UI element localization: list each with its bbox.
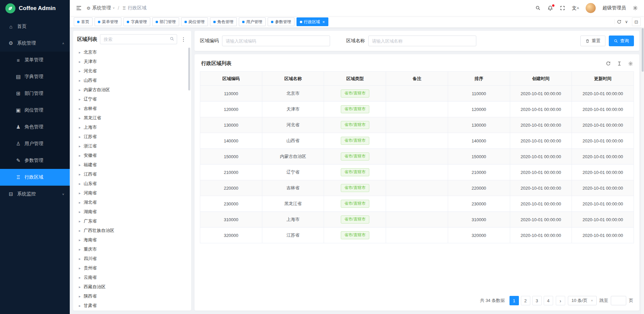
tree-node[interactable]: ▸ 云南省 (73, 273, 191, 282)
reset-button[interactable]: 重置 (580, 36, 605, 46)
tab[interactable]: 部门管理 (152, 17, 179, 26)
caret-right-icon[interactable]: ▸ (79, 247, 81, 252)
tree-node[interactable]: ▸ 黑龙江省 (73, 113, 191, 123)
sidebar-item[interactable]: ≡ 菜单管理 (0, 52, 70, 68)
caret-right-icon[interactable]: ▸ (79, 275, 81, 280)
caret-right-icon[interactable]: ▸ (79, 144, 81, 148)
breadcrumb-item-system[interactable]: ⚙ 系统管理 ∨ (87, 5, 115, 11)
region-name-input[interactable] (368, 36, 476, 46)
caret-right-icon[interactable]: ▸ (79, 182, 81, 186)
page-button[interactable]: 4 (544, 296, 553, 305)
table-row[interactable]: 120000 天津市 省市/直辖市 120000 2020-10-01 00:0… (200, 102, 634, 117)
caret-right-icon[interactable]: ▸ (79, 163, 81, 167)
table-row[interactable]: 230000 黑龙江省 省市/直辖市 230000 2020-10-01 00:… (200, 196, 634, 212)
caret-right-icon[interactable]: ▸ (79, 285, 81, 289)
tree-node[interactable]: ▸ 甘肃省 (73, 301, 191, 310)
caret-right-icon[interactable]: ▸ (79, 50, 81, 55)
tree-node[interactable]: ▸ 浙江省 (73, 141, 191, 151)
chevron-down-icon[interactable]: ∨ (625, 19, 628, 24)
caret-right-icon[interactable]: ▸ (79, 135, 81, 139)
refresh-icon[interactable] (617, 19, 622, 24)
tree-node[interactable]: ▸ 安徽省 (73, 151, 191, 160)
sidebar-item[interactable]: ♙ 用户管理 (0, 135, 70, 152)
tree-node[interactable]: ▸ 河北省 (73, 66, 191, 76)
caret-right-icon[interactable]: ▸ (79, 78, 81, 83)
tree-node[interactable]: ▸ 贵州省 (73, 263, 191, 273)
caret-right-icon[interactable]: ▸ (79, 97, 81, 102)
table-row[interactable]: 140000 山西省 省市/直辖市 140000 2020-10-01 00:0… (200, 133, 634, 149)
caret-right-icon[interactable]: ▸ (79, 266, 81, 270)
page-button[interactable]: 2 (521, 296, 530, 305)
refresh-icon[interactable] (606, 61, 611, 66)
sidebar-item[interactable]: ⌂ 首页 (0, 18, 70, 35)
tree-node[interactable]: ▸ 山东省 (73, 179, 191, 188)
sidebar-item[interactable]: ⚙ 系统管理 ∧ (0, 35, 70, 52)
tree-node[interactable]: ▸ 青海省 (73, 310, 191, 311)
table-row[interactable]: 130000 河北省 省市/直辖市 130000 2020-10-01 00:0… (200, 117, 634, 133)
tree-node[interactable]: ▸ 山西省 (73, 76, 191, 85)
tab[interactable]: 角色管理 (210, 17, 237, 26)
search-icon[interactable] (535, 5, 541, 11)
scrollbar-thumb[interactable] (642, 28, 644, 72)
translate-icon[interactable]: 文A (572, 6, 579, 10)
sidebar-item[interactable]: ▤ 字典管理 (0, 68, 70, 85)
page-button[interactable]: 3 (532, 296, 542, 305)
tree-node[interactable]: ▸ 江西省 (73, 170, 191, 179)
caret-right-icon[interactable]: ▸ (79, 107, 81, 111)
page-button[interactable]: 1 (509, 296, 519, 305)
table-row[interactable]: 220000 吉林省 省市/直辖市 220000 2020-10-01 00:0… (200, 180, 634, 196)
tree-node[interactable]: ▸ 陕西省 (73, 292, 191, 301)
tab[interactable]: 参数管理 (268, 17, 294, 26)
tree-node[interactable]: ▸ 湖南省 (73, 207, 191, 216)
table-row[interactable]: 150000 内蒙古自治区 省市/直辖市 150000 2020-10-01 0… (200, 149, 634, 165)
region-code-input[interactable] (222, 36, 330, 46)
caret-right-icon[interactable]: ▸ (79, 125, 81, 130)
caret-right-icon[interactable]: ▸ (79, 60, 81, 64)
caret-right-icon[interactable]: ▸ (79, 257, 81, 261)
caret-right-icon[interactable]: ▸ (79, 191, 81, 195)
close-icon[interactable]: × (322, 20, 325, 24)
caret-right-icon[interactable]: ▸ (79, 304, 81, 308)
tree-node[interactable]: ▸ 江苏省 (73, 132, 191, 141)
tab[interactable]: 菜单管理 (95, 17, 121, 26)
tree-node[interactable]: ▸ 上海市 (73, 123, 191, 132)
tab[interactable]: 用户管理 (239, 17, 266, 26)
layout-icon[interactable]: ⊡ (632, 17, 641, 26)
caret-right-icon[interactable]: ▸ (79, 69, 81, 73)
tab[interactable]: 岗位管理 (181, 17, 208, 26)
table-row[interactable]: 310000 上海市 省市/直辖市 310000 2020-10-01 00:0… (200, 212, 634, 228)
sidebar-item[interactable]: ⊟ 系统监控 ∨ (0, 186, 70, 202)
tree-node[interactable]: ▸ 四川省 (73, 254, 191, 263)
tab[interactable]: 字典管理 (123, 17, 150, 26)
table-row[interactable]: 110000 北京市 省市/直辖市 110000 2020-10-01 00:0… (200, 86, 634, 102)
username[interactable]: 超级管理员 (602, 5, 626, 11)
notification-bell-icon[interactable] (547, 5, 553, 11)
tree-node[interactable]: ▸ 天津市 (73, 57, 191, 66)
tree-scrollbar[interactable] (188, 48, 190, 90)
jump-page-input[interactable] (611, 296, 626, 305)
tree-node[interactable]: ▸ 吉林省 (73, 104, 191, 113)
sidebar-item[interactable]: ✎ 参数管理 (0, 152, 70, 169)
more-options-icon[interactable]: ⋮ (180, 36, 187, 43)
tree-node[interactable]: ▸ 河南省 (73, 188, 191, 198)
caret-right-icon[interactable]: ▸ (79, 200, 81, 205)
table-row[interactable]: 320000 江苏省 省市/直辖市 320000 2020-10-01 00:0… (200, 228, 634, 243)
table-row[interactable]: 210000 辽宁省 省市/直辖市 210000 2020-10-01 00:0… (200, 165, 634, 180)
caret-right-icon[interactable]: ▸ (79, 229, 81, 233)
caret-right-icon[interactable]: ▸ (79, 219, 81, 224)
avatar[interactable] (586, 3, 596, 13)
column-settings-icon[interactable] (628, 61, 633, 66)
tab[interactable]: 行政区域 × (297, 17, 328, 26)
caret-right-icon[interactable]: ▸ (79, 210, 81, 214)
row-height-icon[interactable] (617, 61, 622, 66)
caret-right-icon[interactable]: ▸ (79, 294, 81, 299)
caret-right-icon[interactable]: ▸ (79, 238, 81, 242)
tree-node[interactable]: ▸ 辽宁省 (73, 95, 191, 104)
tree-node[interactable]: ▸ 广西壮族自治区 (73, 226, 191, 235)
tree-node[interactable]: ▸ 福建省 (73, 160, 191, 170)
sidebar-item[interactable]: ♟ 角色管理 (0, 119, 70, 135)
page-scrollbar[interactable] (641, 27, 644, 314)
search-icon[interactable] (170, 37, 174, 41)
tree-node[interactable]: ▸ 海南省 (73, 235, 191, 245)
next-page-button[interactable]: › (556, 296, 565, 305)
